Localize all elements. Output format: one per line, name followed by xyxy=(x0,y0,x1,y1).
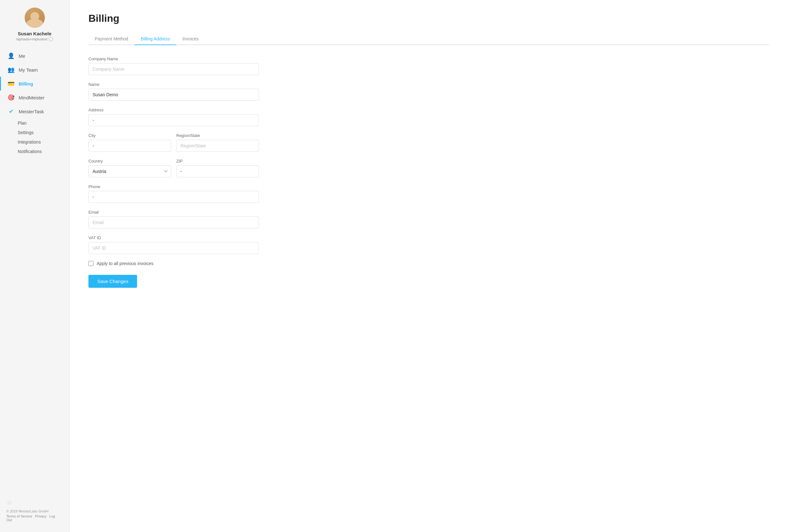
zip-input[interactable] xyxy=(176,165,259,177)
zip-label: ZIP xyxy=(176,159,259,163)
country-label: Country xyxy=(88,159,171,163)
me-icon: 👤 xyxy=(7,52,15,60)
sub-item-notifications[interactable]: Notifications xyxy=(18,147,69,156)
city-region-row: City Region/State xyxy=(88,133,259,152)
address-label: Address xyxy=(88,108,259,112)
vat-input[interactable] xyxy=(88,242,259,254)
page-title: Billing xyxy=(88,13,769,24)
tab-invoices[interactable]: Invoices xyxy=(176,33,205,45)
zip-group: ZIP xyxy=(176,159,259,177)
sidebar: Susan Kachele raphaela+mtplustest 👤 Me 👥… xyxy=(0,0,70,532)
globe-icon xyxy=(48,37,53,41)
billing-address-form: Company Name Name Address City Region/St… xyxy=(88,57,259,288)
email-label: Email xyxy=(88,210,259,214)
company-name-group: Company Name xyxy=(88,57,259,75)
tabs: Payment Method Billing Address Invoices xyxy=(88,33,769,45)
vat-label: VAT ID xyxy=(88,236,259,240)
phone-input[interactable] xyxy=(88,191,259,203)
sidebar-item-billing[interactable]: 💳 Billing xyxy=(0,77,69,90)
country-group: Country Austria Germany Switzerland Unit… xyxy=(88,159,171,177)
user-name: Susan Kachele xyxy=(18,31,52,36)
city-input[interactable] xyxy=(88,140,171,152)
company-name-label: Company Name xyxy=(88,57,259,61)
user-profile: Susan Kachele raphaela+mtplustest xyxy=(0,7,69,49)
sidebar-navigation: 👤 Me 👥 My Team 💳 Billing 🎯 MindMeister ✔… xyxy=(0,49,69,493)
tab-payment-method[interactable]: Payment Method xyxy=(88,33,135,45)
sub-item-integrations[interactable]: Integrations xyxy=(18,137,69,147)
terms-link[interactable]: Terms of Service xyxy=(6,514,32,518)
tab-billing-address[interactable]: Billing Address xyxy=(135,33,176,45)
star-icon: ☆ xyxy=(6,498,63,507)
sidebar-item-mindmeister[interactable]: 🎯 MindMeister xyxy=(0,90,69,104)
name-label: Name xyxy=(88,82,259,87)
save-changes-button[interactable]: Save Changes xyxy=(88,275,137,288)
apply-invoices-label[interactable]: Apply to all previous invoices xyxy=(97,261,154,266)
main-content: Billing Payment Method Billing Address I… xyxy=(70,0,788,532)
sidebar-item-meistertask[interactable]: ✔ MeisterTask xyxy=(0,104,69,118)
apply-invoices-checkbox[interactable] xyxy=(88,261,94,266)
company-name-input[interactable] xyxy=(88,63,259,75)
region-input[interactable] xyxy=(176,140,259,152)
privacy-link[interactable]: Privacy xyxy=(35,514,46,518)
country-select[interactable]: Austria Germany Switzerland United State… xyxy=(88,165,171,177)
sidebar-item-me[interactable]: 👤 Me xyxy=(0,49,69,63)
avatar xyxy=(25,7,45,28)
city-label: City xyxy=(88,133,171,138)
user-subtitle: raphaela+mtplustest xyxy=(16,37,53,41)
meistertask-icon: ✔ xyxy=(7,108,15,115)
city-group: City xyxy=(88,133,171,152)
phone-group: Phone xyxy=(88,184,259,203)
email-input[interactable] xyxy=(88,217,259,228)
name-input[interactable] xyxy=(88,89,259,101)
sub-item-plan[interactable]: Plan xyxy=(18,118,69,128)
phone-label: Phone xyxy=(88,184,259,189)
sidebar-footer: ☆ © 2018 MeisterLabs GmbH Terms of Servi… xyxy=(0,493,69,527)
region-group: Region/State xyxy=(176,133,259,152)
billing-icon: 💳 xyxy=(7,80,15,87)
apply-invoices-group: Apply to all previous invoices xyxy=(88,261,259,266)
sidebar-item-mindmeister-label: MindMeister xyxy=(19,95,44,100)
address-input[interactable] xyxy=(88,114,259,126)
name-group: Name xyxy=(88,82,259,101)
mindmeister-icon: 🎯 xyxy=(7,94,15,101)
sidebar-item-me-label: Me xyxy=(19,53,25,59)
email-group: Email xyxy=(88,210,259,228)
address-group: Address xyxy=(88,108,259,126)
sub-navigation: Plan Settings Integrations Notifications xyxy=(0,118,69,156)
sidebar-item-my-team[interactable]: 👥 My Team xyxy=(0,63,69,77)
team-icon: 👥 xyxy=(7,66,15,74)
sidebar-item-meistertask-label: MeisterTask xyxy=(19,109,44,114)
country-zip-row: Country Austria Germany Switzerland Unit… xyxy=(88,159,259,177)
region-label: Region/State xyxy=(176,133,259,138)
copyright: © 2018 MeisterLabs GmbH xyxy=(6,509,63,513)
sidebar-item-my-team-label: My Team xyxy=(19,67,38,73)
sub-item-settings[interactable]: Settings xyxy=(18,128,69,137)
vat-group: VAT ID xyxy=(88,236,259,254)
sidebar-item-billing-label: Billing xyxy=(19,81,33,86)
